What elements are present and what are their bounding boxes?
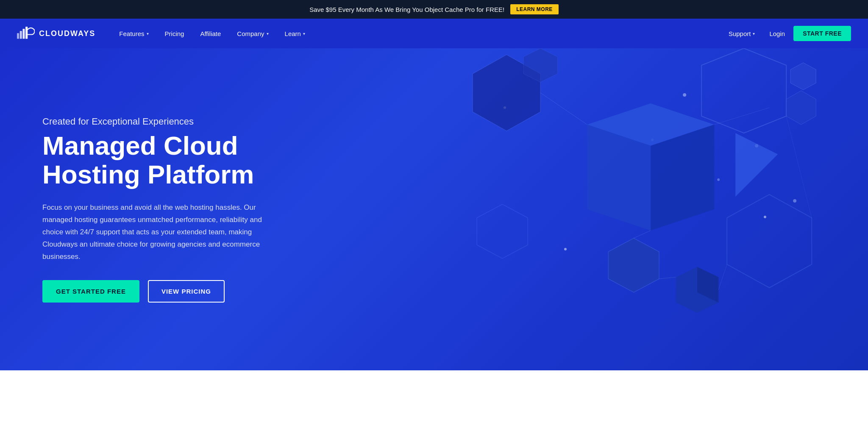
hero-graphics bbox=[391, 48, 868, 370]
svg-line-16 bbox=[540, 93, 587, 125]
svg-line-19 bbox=[659, 277, 676, 279]
svg-point-25 bbox=[717, 178, 720, 181]
login-button[interactable]: Login bbox=[763, 27, 791, 41]
hero-subtitle: Created for Exceptional Experiences bbox=[42, 116, 297, 127]
hero-svg-graphics bbox=[391, 48, 868, 370]
company-dropdown-arrow: ▾ bbox=[267, 31, 269, 36]
svg-marker-27 bbox=[477, 204, 528, 258]
hero-content: Created for Exceptional Experiences Mana… bbox=[42, 116, 297, 303]
learn-dropdown-arrow: ▾ bbox=[303, 31, 305, 36]
hero-description: Focus on your business and avoid all the… bbox=[42, 202, 263, 263]
view-pricing-button[interactable]: VIEW PRICING bbox=[148, 280, 225, 303]
svg-marker-6 bbox=[701, 48, 786, 133]
svg-rect-1 bbox=[20, 31, 22, 39]
logo-text: CLOUDWAYS bbox=[39, 29, 95, 38]
support-dropdown-arrow: ▾ bbox=[753, 31, 755, 36]
features-dropdown-arrow: ▾ bbox=[147, 31, 149, 36]
nav-item-learn[interactable]: Learn ▾ bbox=[278, 27, 312, 41]
hero-title: Managed Cloud Hosting Platform bbox=[42, 131, 297, 189]
svg-rect-0 bbox=[17, 33, 19, 39]
nav-item-affiliate[interactable]: Affiliate bbox=[193, 27, 228, 41]
svg-marker-14 bbox=[727, 194, 812, 288]
logo[interactable]: CLOUDWAYS bbox=[17, 27, 95, 40]
svg-marker-26 bbox=[735, 133, 778, 197]
svg-rect-3 bbox=[25, 27, 28, 39]
svg-marker-11 bbox=[608, 238, 659, 292]
hero-section: Created for Exceptional Experiences Mana… bbox=[0, 48, 868, 370]
svg-line-17 bbox=[714, 108, 769, 125]
cloudways-logo-icon bbox=[17, 27, 35, 40]
svg-point-22 bbox=[683, 93, 686, 97]
svg-marker-15 bbox=[790, 63, 816, 90]
hero-buttons: GET STARTED FREE VIEW PRICING bbox=[42, 280, 297, 303]
top-banner: Save $95 Every Month As We Bring You Obj… bbox=[0, 0, 868, 19]
nav-item-pricing[interactable]: Pricing bbox=[158, 27, 191, 41]
svg-marker-7 bbox=[786, 91, 816, 125]
nav-item-company[interactable]: Company ▾ bbox=[230, 27, 275, 41]
support-button[interactable]: Support ▾ bbox=[723, 27, 761, 41]
get-started-button[interactable]: GET STARTED FREE bbox=[42, 280, 139, 303]
svg-line-20 bbox=[718, 264, 727, 290]
start-free-button[interactable]: START FREE bbox=[793, 26, 851, 41]
nav-right: Support ▾ Login START FREE bbox=[723, 26, 851, 41]
nav-item-features[interactable]: Features ▾ bbox=[112, 27, 155, 41]
svg-line-21 bbox=[786, 116, 812, 218]
navbar: CLOUDWAYS Features ▾ Pricing Affiliate C… bbox=[0, 19, 868, 48]
nav-links: Features ▾ Pricing Affiliate Company ▾ L… bbox=[112, 27, 723, 41]
learn-more-button[interactable]: LEARN MORE bbox=[510, 4, 559, 14]
banner-text: Save $95 Every Month As We Bring You Obj… bbox=[309, 6, 504, 13]
svg-line-18 bbox=[634, 231, 651, 238]
svg-point-24 bbox=[793, 199, 796, 203]
svg-rect-2 bbox=[22, 29, 25, 39]
